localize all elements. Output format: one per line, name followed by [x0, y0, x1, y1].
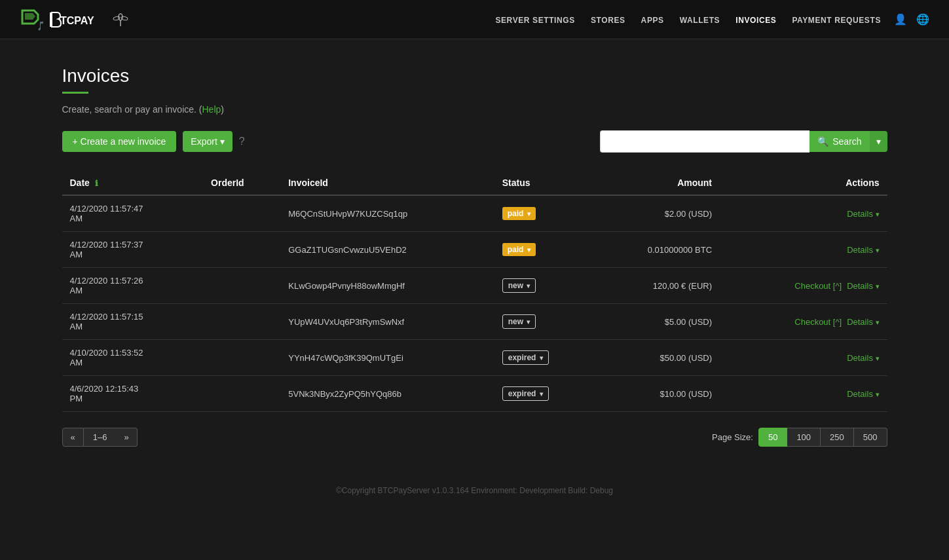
table-row: 4/6/2020 12:15:43PM5VNk3NByx2ZyPQ5hYQq86… — [62, 376, 887, 412]
cell-amount: $2.00 (USD) — [593, 195, 720, 232]
cell-actions: Checkout [^]Details ▾ — [720, 268, 887, 304]
help-link[interactable]: Help — [202, 104, 221, 115]
details-link[interactable]: Details ▾ — [847, 281, 879, 291]
cell-orderid — [203, 340, 280, 376]
nav-stores[interactable]: STORES — [591, 14, 625, 25]
cell-status: paid ▾ — [494, 195, 593, 232]
col-date: Date ℹ — [62, 171, 204, 195]
btcpay-wordmark: TCPAY — [48, 10, 107, 29]
page-size-250-button[interactable]: 250 — [821, 428, 854, 447]
table-header: Date ℹ OrderId InvoiceId Status Amount A… — [62, 171, 887, 195]
details-link[interactable]: Details ▾ — [847, 209, 879, 219]
col-actions: Actions — [720, 171, 887, 195]
main-content: Invoices Create, search or pay an invoic… — [23, 39, 927, 534]
invoices-table: Date ℹ OrderId InvoiceId Status Amount A… — [62, 171, 887, 412]
cell-amount: $5.00 (USD) — [593, 304, 720, 340]
table-row: 4/10/2020 11:53:52AMYYnH47cWQp3fK39QmUTg… — [62, 340, 887, 376]
help-icon[interactable]: ? — [239, 136, 245, 147]
details-link[interactable]: Details ▾ — [847, 245, 879, 255]
toolbar: + Create a new invoice Export ▾ ? 🔍 Sear… — [62, 130, 887, 153]
page-subtitle: Create, search or pay an invoice. (Help) — [62, 104, 887, 115]
cell-invoiceid: YUpW4UVxUq6P3tRymSwNxf — [280, 304, 494, 340]
btcpay-logo: 🎵 — [20, 8, 43, 31]
cell-amount: 120,00 € (EUR) — [593, 268, 720, 304]
nav-server-settings[interactable]: SERVER SETTINGS — [495, 14, 574, 25]
details-link[interactable]: Details ▾ — [847, 317, 879, 327]
nav-invoices[interactable]: INVOICES — [735, 14, 776, 25]
footer: ©Copyright BTCPayServer v1.0.3.164 Envir… — [62, 473, 887, 508]
navbar: 🎵 TCPAY SERVER SETTINGS STORES APPS WALL… — [0, 0, 949, 39]
prev-page-button[interactable]: « — [62, 428, 84, 447]
cell-invoiceid: KLwGowp4PvnyH88owMmgHf — [280, 268, 494, 304]
cell-status: new ▾ — [494, 268, 593, 304]
status-badge[interactable]: paid ▾ — [502, 207, 536, 220]
nav-payment-requests[interactable]: PAYMENT REQUESTS — [792, 14, 881, 25]
page-range: 1–6 — [84, 428, 117, 447]
status-badge[interactable]: expired ▾ — [502, 386, 549, 401]
cell-date: 4/12/2020 11:57:37AM — [62, 232, 204, 268]
svg-marker-1 — [25, 13, 35, 20]
cell-actions: Details ▾ — [720, 376, 887, 412]
cell-date: 4/10/2020 11:53:52AM — [62, 340, 204, 376]
checkout--link[interactable]: Checkout [^] — [794, 281, 842, 291]
svg-text:🎵: 🎵 — [37, 20, 43, 31]
export-button[interactable]: Export ▾ — [183, 131, 232, 152]
details-link[interactable]: Details ▾ — [847, 389, 879, 399]
search-group: 🔍 Search ▾ — [600, 130, 887, 153]
search-icon: 🔍 — [817, 136, 828, 147]
page-title: Invoices — [62, 65, 887, 86]
cell-amount: $50.00 (USD) — [593, 340, 720, 376]
cell-date: 4/12/2020 11:57:15AM — [62, 304, 204, 340]
details-link[interactable]: Details ▾ — [847, 353, 879, 363]
search-input[interactable] — [600, 130, 809, 153]
checkout--link[interactable]: Checkout [^] — [794, 317, 842, 327]
col-invoiceid: InvoiceId — [280, 171, 494, 195]
nav-wallets[interactable]: WALLETS — [680, 14, 720, 25]
svg-text:TCPAY: TCPAY — [60, 15, 94, 26]
cell-orderid — [203, 268, 280, 304]
cell-actions: Details ▾ — [720, 232, 887, 268]
cell-status: expired ▾ — [494, 340, 593, 376]
table-row: 4/12/2020 11:57:47AMM6QCnStUHvpW7KUZCSq1… — [62, 195, 887, 232]
pagination: « 1–6 » — [62, 428, 138, 447]
status-badge[interactable]: new ▾ — [502, 278, 536, 293]
date-info-icon[interactable]: ℹ — [95, 179, 98, 188]
page-size-buttons: 50100250500 — [758, 428, 887, 447]
page-size-50-button[interactable]: 50 — [758, 428, 787, 447]
cell-actions: Details ▾ — [720, 195, 887, 232]
next-page-button[interactable]: » — [116, 428, 137, 447]
cell-actions: Details ▾ — [720, 340, 887, 376]
cell-status: new ▾ — [494, 304, 593, 340]
status-badge[interactable]: expired ▾ — [502, 350, 549, 365]
page-size-100-button[interactable]: 100 — [787, 428, 821, 447]
cell-orderid — [203, 232, 280, 268]
nav-user-icons: 👤 🌐 — [894, 13, 929, 26]
globe-icon[interactable]: 🌐 — [916, 13, 929, 26]
create-invoice-button[interactable]: + Create a new invoice — [62, 131, 177, 152]
search-dropdown-button[interactable]: ▾ — [870, 131, 887, 152]
brand: 🎵 TCPAY — [20, 8, 128, 31]
nav-apps[interactable]: APPS — [641, 14, 664, 25]
user-icon[interactable]: 👤 — [894, 13, 907, 26]
cell-amount: $10.00 (USD) — [593, 376, 720, 412]
status-badge[interactable]: paid ▾ — [502, 243, 536, 256]
status-badge[interactable]: new ▾ — [502, 314, 536, 329]
cell-date: 4/6/2020 12:15:43PM — [62, 376, 204, 412]
cell-orderid — [203, 376, 280, 412]
cell-invoiceid: 5VNk3NByx2ZyPQ5hYQq86b — [280, 376, 494, 412]
col-amount: Amount — [593, 171, 720, 195]
page-size-section: Page Size: 50100250500 — [712, 428, 887, 447]
table-row: 4/12/2020 11:57:15AMYUpW4UVxUq6P3tRymSwN… — [62, 304, 887, 340]
table-row: 4/12/2020 11:57:37AMGGaZ1TUGsnCvwzuU5VEh… — [62, 232, 887, 268]
cell-status: expired ▾ — [494, 376, 593, 412]
cell-date: 4/12/2020 11:57:47AM — [62, 195, 204, 232]
dragonfly-icon — [113, 12, 128, 28]
cell-status: paid ▾ — [494, 232, 593, 268]
main-nav: SERVER SETTINGS STORES APPS WALLETS INVO… — [495, 14, 881, 25]
pagination-row: « 1–6 » Page Size: 50100250500 — [62, 428, 887, 447]
col-orderid: OrderId — [203, 171, 280, 195]
search-button[interactable]: 🔍 Search — [809, 131, 869, 152]
cell-date: 4/12/2020 11:57:26AM — [62, 268, 204, 304]
page-size-500-button[interactable]: 500 — [854, 428, 887, 447]
col-status: Status — [494, 171, 593, 195]
